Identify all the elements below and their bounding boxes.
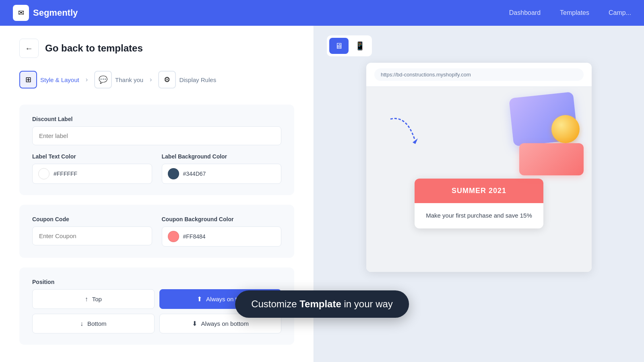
discount-label-input[interactable]	[32, 126, 281, 145]
logo-icon: ✉	[13, 5, 29, 21]
position-always-on-bottom-label: Always on bottom	[201, 320, 249, 327]
coupon-header: SUMMER 2021	[415, 179, 543, 203]
color-row: Label Text Color #FFFFFF Label Backgroun…	[32, 153, 281, 184]
label-bg-color-picker[interactable]: #344D67	[162, 164, 282, 184]
arrow-down-bold-icon: ⬇	[192, 320, 197, 327]
coupon-code-field: Coupon Code	[32, 216, 152, 245]
coupon-code-input[interactable]	[32, 226, 152, 245]
tab-thank-you-label: Thank you	[115, 76, 143, 83]
position-bottom-button[interactable]: ↓ Bottom	[32, 314, 155, 333]
coupon-bg-color-label: Coupon Background Color	[162, 216, 282, 222]
label-text-color-value: #FFFFFF	[54, 171, 77, 177]
coupon-bg-color-picker[interactable]: #FF8484	[162, 226, 282, 247]
coupon-preview-card: SUMMER 2021 Make your first purchase and…	[415, 179, 543, 228]
browser-content: SUMMER 2021 Make your first purchase and…	[366, 87, 592, 272]
arrow-down-icon: ↓	[80, 320, 83, 327]
browser-mockup: https://bd-constructions.myshopify.com	[366, 63, 592, 272]
discount-label-section: Discount Label Label Text Color #FFFFFF …	[19, 105, 294, 195]
label-text-color-picker[interactable]: #FFFFFF	[32, 164, 152, 184]
pink-wallet	[519, 143, 584, 175]
position-top-button[interactable]: ↑ Top	[32, 289, 155, 309]
coupon-bg-row: Coupon Code Coupon Background Color #FF8…	[32, 216, 281, 247]
tab-thank-you-icon: 💬	[94, 71, 112, 88]
arrow-up-bold-icon: ⬆	[197, 295, 202, 303]
coupon-body: Make your first purchase and save 15%	[415, 203, 543, 228]
tooltip-text-bold: Template	[299, 298, 341, 309]
nav-templates[interactable]: Templates	[560, 9, 589, 16]
discount-label-heading: Discount Label	[32, 116, 281, 122]
coupon-body-text: Make your first purchase and save 15%	[426, 212, 532, 219]
label-text-color-field: Label Text Color #FFFFFF	[32, 153, 152, 184]
tooltip-bubble: Customize Template in your way	[235, 290, 409, 318]
navbar-nav: Dashboard Templates Camp...	[509, 9, 631, 16]
device-toggle: 🖥 📱	[327, 35, 372, 56]
coupon-code-label: Coupon Code	[32, 216, 152, 222]
arrow-decoration	[382, 111, 423, 153]
page-title: Go back to templates	[45, 43, 143, 54]
tooltip-text-after: in your way	[341, 298, 393, 309]
chevron-icon-2: ›	[150, 76, 152, 83]
tabs-row: ⊞ Style & Layout › 💬 Thank you › ⚙ Displ…	[19, 71, 294, 88]
tab-style-layout-icon: ⊞	[19, 71, 37, 88]
arrow-up-icon: ↑	[85, 296, 88, 303]
label-text-color-dot	[38, 168, 50, 179]
preview-card: SUMMER 2021 Make your first purchase and…	[366, 87, 592, 272]
card-3d-area	[495, 95, 584, 175]
nav-camp[interactable]: Camp...	[609, 9, 631, 16]
tab-thank-you[interactable]: 💬 Thank you	[94, 71, 143, 88]
browser-url: https://bd-constructions.myshopify.com	[374, 68, 584, 81]
position-top-label: Top	[92, 296, 102, 302]
chevron-icon-1: ›	[86, 76, 88, 83]
back-arrow-icon: ←	[25, 44, 33, 53]
coupon-bg-color-value: #FF8484	[183, 233, 206, 240]
navbar: ✉ Segmently Dashboard Templates Camp...	[0, 0, 644, 26]
coupon-bg-color-dot	[168, 231, 179, 242]
nav-dashboard[interactable]: Dashboard	[509, 9, 541, 16]
gold-coin	[551, 115, 580, 143]
back-row: ← Go back to templates	[19, 39, 294, 58]
back-button[interactable]: ←	[19, 39, 39, 58]
label-text-color-heading: Label Text Color	[32, 153, 152, 160]
mobile-device-button[interactable]: 📱	[350, 38, 369, 54]
tooltip-text-before: Customize	[251, 298, 299, 309]
svg-marker-0	[413, 138, 418, 144]
tab-style-layout[interactable]: ⊞ Style & Layout	[19, 71, 79, 88]
label-bg-color-value: #344D67	[183, 171, 206, 177]
coupon-bg-color-field: Coupon Background Color #FF8484	[162, 216, 282, 247]
position-label: Position	[32, 279, 281, 285]
position-bottom-label: Bottom	[87, 320, 107, 327]
tab-style-layout-label: Style & Layout	[40, 76, 79, 83]
label-bg-color-field: Label Background Color #344D67	[162, 153, 282, 184]
tab-display-rules[interactable]: ⚙ Display Rules	[158, 71, 216, 88]
navbar-logo: ✉ Segmently	[13, 5, 78, 21]
browser-bar: https://bd-constructions.myshopify.com	[366, 63, 592, 87]
label-bg-color-dot	[168, 168, 179, 179]
app-name: Segmently	[33, 8, 78, 18]
desktop-device-button[interactable]: 🖥	[329, 38, 349, 54]
coupon-section: Coupon Code Coupon Background Color #FF8…	[19, 205, 294, 258]
label-bg-color-heading: Label Background Color	[162, 153, 282, 160]
tab-display-rules-icon: ⚙	[158, 71, 176, 88]
tab-display-rules-label: Display Rules	[179, 76, 216, 83]
